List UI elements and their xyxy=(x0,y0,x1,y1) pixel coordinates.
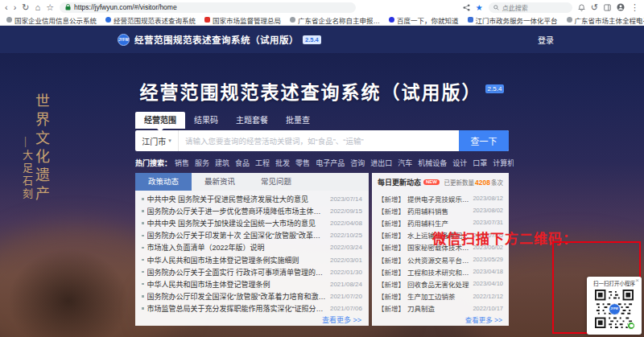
hot-keyword[interactable]: 批发 xyxy=(275,158,290,168)
news-date: 2022/01/30 xyxy=(330,269,362,276)
url-text: https://jyfwyun.com/#/visitor/home xyxy=(74,3,177,11)
news-tab[interactable]: 政策动态 xyxy=(135,173,192,191)
update-date: 2023/08/12 xyxy=(473,195,503,202)
browser-window: ‹ › ↻ ⌂ ☆ https://jyfwyun.com/#/visitor/… xyxy=(0,0,644,337)
favorite-star-icon[interactable]: ★ xyxy=(476,3,483,12)
news-date: 2023/07/14 xyxy=(330,195,362,203)
menu-icon[interactable]: ⋮ xyxy=(630,0,639,14)
search-tab[interactable]: 经营范围 xyxy=(135,112,185,129)
notifications-bell-icon[interactable] xyxy=(578,4,585,11)
news-title: 国务院办公厅关于进一步优化营商环境降低市场主体制度性交易成本的意见 xyxy=(147,206,327,216)
bookmark[interactable]: 广东省市场主体全程电子… xyxy=(567,15,644,25)
quick-search-box[interactable]: 点此搜索 xyxy=(489,2,572,13)
news-list-item[interactable]: 国务院办公厅印发全国深化“放管服”改革着力培育和激发市场主体活力电视电话 202… xyxy=(142,290,362,302)
update-list-item[interactable]: 【新增】 提供电子竞技娱乐的住宿服务 2023/08/12 xyxy=(378,192,503,204)
bookmarks-overflow-icon[interactable]: » xyxy=(636,15,640,23)
hot-keyword[interactable]: 汽车 xyxy=(398,158,412,168)
news-list-item[interactable]: 中共中央 国务院关于促进民营经济发展壮大的意见 2023/07/14 xyxy=(142,193,362,205)
hot-keyword[interactable]: 进出口 xyxy=(370,158,392,168)
favicon-icon xyxy=(105,17,111,23)
bookmark-label: 广东省市场主体全程电子… xyxy=(575,15,644,25)
updates-count: 已更新数量4208条次 xyxy=(444,178,503,187)
qr-code: JYFW xyxy=(595,290,634,328)
news-date: 2022/03/24 xyxy=(330,244,362,251)
close-icon[interactable]: × xyxy=(635,277,639,284)
update-list-item[interactable]: 【新增】 刀具制造 2022/10/17 xyxy=(378,302,503,314)
search-bar: 江门市 ▾ 查一下 xyxy=(135,130,509,151)
search-input[interactable] xyxy=(179,130,459,151)
bookmark[interactable]: 百度一下，你就知道 xyxy=(389,15,459,25)
update-tag: 【新增】 xyxy=(378,255,405,265)
forward-icon[interactable]: › xyxy=(14,0,17,14)
news-list-item[interactable]: 中华人民共和国市场主体登记管理条例 2021/08/24 xyxy=(142,278,362,290)
search-tab[interactable]: 批量查 xyxy=(277,112,319,129)
share-icon[interactable] xyxy=(463,4,470,11)
news-list-item[interactable]: 中华人民共和国市场主体登记管理条例实施细则 2022/03/01 xyxy=(142,253,362,265)
news-list-item[interactable]: 国务院办公厅关于印发第十次 全国深化“放管服”改革电视电话会议 重点任务分 20… xyxy=(142,229,362,241)
search-tab[interactable]: 结果码 xyxy=(185,112,227,129)
update-date: 2023/07/31 xyxy=(473,219,503,226)
update-list-item[interactable]: 【新增】 回收食品无害化处理 2023/04/10 xyxy=(378,277,503,290)
bookmark[interactable]: 江门市政务服务一体化平台 xyxy=(468,15,558,25)
news-title: 中华人民共和国市场主体登记管理条例实施细则 xyxy=(147,255,327,265)
news-date: 2022/09/15 xyxy=(330,208,362,215)
address-bar[interactable]: https://jyfwyun.com/#/visitor/home xyxy=(60,2,356,13)
bookmark-label: 经营范围规范表述查询系统 xyxy=(114,15,196,25)
news-list-item[interactable]: 国务院办公厅关于进一步优化营商环境降低市场主体制度性交易成本的意见 2022/0… xyxy=(142,205,362,217)
home-icon[interactable]: ⌂ xyxy=(35,0,41,14)
news-list-item[interactable]: 市场监管总局关于充分发挥职能作用落实深化“证照分离”改革任务的通知 2021/0… xyxy=(142,302,362,314)
qr-logo-icon: JYFW xyxy=(609,303,621,315)
history-icon[interactable]: ↺ xyxy=(591,0,598,14)
hot-keyword[interactable]: 食品 xyxy=(235,158,250,168)
bullet-icon xyxy=(142,259,144,261)
page-title: 经营范围规范表述查询系统（试用版）2.5.4 xyxy=(0,77,644,105)
profile-icon[interactable] xyxy=(617,3,625,11)
news-title: 市场准入负面清单（2022年版）说明 xyxy=(147,242,327,253)
news-tab[interactable]: 最新资讯 xyxy=(192,173,248,191)
sidebar-icon[interactable] xyxy=(604,4,611,11)
site-logo-icon: JYFW xyxy=(118,34,130,46)
news-more-link[interactable]: 查看更多 >> xyxy=(135,314,369,326)
update-name: 回收食品无害化处理 xyxy=(407,279,470,289)
back-icon[interactable]: ‹ xyxy=(5,0,8,14)
bookmark-label: 国家企业信用信息公示系统 xyxy=(14,15,97,25)
bullet-icon xyxy=(142,210,144,212)
hot-keyword[interactable]: 电子产品 xyxy=(316,158,345,168)
update-list-item[interactable]: 【新增】 公共资源交易平台运行技术服务 2023/05/29 xyxy=(378,253,503,265)
bookmark-star-icon[interactable]: ☆ xyxy=(46,0,54,14)
search-tab[interactable]: 主题套餐 xyxy=(227,112,277,129)
news-list-item[interactable]: 市场准入负面清单（2022年版）说明 2022/03/24 xyxy=(142,241,362,253)
updates-more-link[interactable]: 查看更多 >> xyxy=(372,314,509,326)
news-tab[interactable]: 常见问题 xyxy=(248,173,304,191)
bookmark[interactable]: 国家市场监督管理总局 xyxy=(204,15,281,25)
bullet-icon xyxy=(142,283,144,286)
hot-keyword[interactable]: 口罩 xyxy=(473,158,487,168)
bookmark[interactable]: 国家企业信用信息公示系统 xyxy=(6,15,97,25)
reload-icon[interactable]: ↻ xyxy=(22,0,29,14)
bookmark-label: 广东省企业名称自主申报… xyxy=(298,15,380,25)
hot-keyword[interactable]: 销售 xyxy=(175,158,189,168)
update-list-item[interactable]: 【新增】 工程和技术研究和试验发展（除人体干 2023/04/18 xyxy=(378,265,503,277)
bookmark[interactable]: 广东省企业名称自主申报… xyxy=(290,15,380,25)
hot-keyword[interactable]: 工程 xyxy=(255,158,270,168)
miniprogram-qr-popup: 扫一扫打开小程序 × xyxy=(587,277,642,335)
update-list-item[interactable]: 【新增】 生产加工边销茶 2022/12/12 xyxy=(378,290,503,302)
news-list-item[interactable]: 国务院办公厅关于全面实行 行政许可事项清单管理的通知 2022/01/30 xyxy=(142,266,362,278)
update-list-item[interactable]: 【新增】 药用辅料销售 2023/08/02 xyxy=(378,204,503,216)
news-title: 中共中央 国务院关于加快建设全国统一大市场的意见 xyxy=(147,218,327,228)
bookmark-label: 百度一下，你就知道 xyxy=(397,15,459,25)
hot-keyword[interactable]: 服务 xyxy=(195,158,209,168)
updates-title: 每日更新动态 xyxy=(378,177,421,187)
hot-keyword[interactable]: 咨询 xyxy=(350,158,365,168)
region-selector[interactable]: 江门市 ▾ xyxy=(135,130,179,151)
search-button[interactable]: 查一下 xyxy=(459,130,509,151)
news-date: 2021/07/20 xyxy=(330,293,362,300)
news-list-item[interactable]: 中共中央 国务院关于加快建设全国统一大市场的意见 2022/04/08 xyxy=(142,217,362,229)
login-button[interactable]: 登录 xyxy=(538,34,554,46)
hot-keyword[interactable]: 零售 xyxy=(295,158,310,168)
hot-keyword[interactable]: 建筑 xyxy=(215,158,229,168)
bookmark[interactable]: 经营范围规范表述查询系统 xyxy=(105,15,196,25)
hot-keyword[interactable]: 机械设备 xyxy=(418,158,447,168)
hot-keyword[interactable]: 计算机 xyxy=(493,158,514,168)
hot-keyword[interactable]: 设计 xyxy=(452,158,467,168)
